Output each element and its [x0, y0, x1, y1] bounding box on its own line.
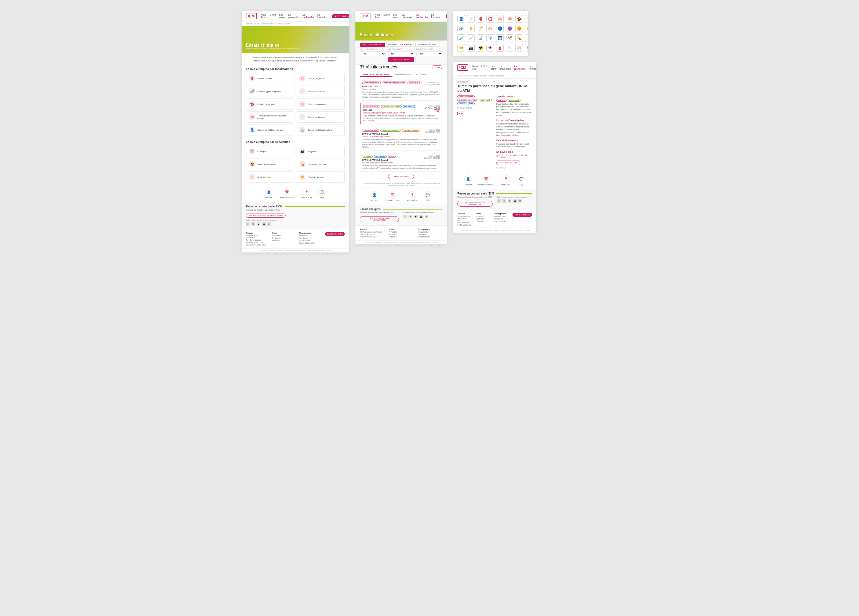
temoign-link3[interactable]: Nous contacter: [299, 240, 321, 242]
nav2-icm[interactable]: L'ICM: [384, 13, 390, 19]
btn-faire-don-2[interactable]: FAIRE UN DON: [446, 14, 447, 18]
icon-cell-20[interactable]: 🩺: [486, 34, 494, 42]
icon-cell-10[interactable]: ✋: [467, 25, 475, 32]
icon-cell-22[interactable]: ✂️: [506, 34, 513, 42]
logo-2[interactable]: ICM: [360, 13, 370, 19]
footer-don-btn[interactable]: FAIRE UN DON: [325, 232, 345, 236]
temoign-link2[interactable]: Plan du site: [299, 237, 321, 239]
temoign2-link2[interactable]: Plan du site: [418, 234, 442, 235]
footer4-rdv[interactable]: 📅 Demander un RDV: [478, 175, 494, 186]
card-tete-cou[interactable]: 👤 Cancer de la tête et du cou: [246, 124, 294, 136]
nav4-recherche[interactable]: La recherche: [514, 65, 526, 70]
footer4-venir[interactable]: 📍 Venir à l'ICM: [501, 175, 511, 186]
icon-cell-4[interactable]: ⭕: [486, 15, 494, 23]
soins2-link1[interactable]: Prévention: [389, 231, 413, 233]
filter-select-recrutement[interactable]: Tout: [416, 51, 442, 56]
icon-cell-23[interactable]: 💊: [515, 34, 523, 42]
temoign4-link2[interactable]: Plan du site: [494, 218, 508, 220]
rtab-recrutement[interactable]: OUVERTES AU RECRUTEMENT: [360, 73, 392, 77]
footer2-annuaire[interactable]: 👤 Annuaire: [371, 191, 378, 201]
nav4-formation[interactable]: La formation: [529, 65, 536, 70]
filter-select-specialite[interactable]: Tout: [388, 51, 414, 56]
nav-nous-etre[interactable]: Nous être: [261, 13, 267, 19]
card-nucleaire[interactable]: ☢️ Médecine nucléaire: [246, 159, 294, 170]
newsletter-btn-2[interactable]: INSCRIVEZ-VOUS À LA NEWSLETTER: [360, 216, 399, 222]
nav-recherche[interactable]: La recherche: [303, 13, 314, 19]
icon-cell-11[interactable]: 🦵: [477, 25, 484, 32]
card-peau[interactable]: 🦷 Cancer de la peau: [296, 111, 345, 123]
logo-4[interactable]: ICM: [458, 64, 468, 71]
soins-link3[interactable]: Formation: [272, 240, 294, 242]
icon-cell-28[interactable]: 👁️: [486, 44, 494, 51]
footer-venir[interactable]: 📍 Venir à l'ICM: [301, 188, 312, 198]
icon-cell-8[interactable]: 🦴: [525, 15, 528, 23]
icon-cell-2[interactable]: 🦷: [467, 15, 475, 23]
icon-cell-17[interactable]: 🧪: [458, 34, 465, 42]
icon-cell-26[interactable]: 📷: [467, 44, 475, 51]
nav4-soins[interactable]: Les soins: [491, 65, 496, 70]
icon-cell-1[interactable]: 👤: [458, 15, 465, 23]
temoign2-link1[interactable]: Annuaire ICM: [418, 231, 442, 233]
card-poumon[interactable]: 🫁 Cancer du poumon: [296, 98, 345, 110]
youtube-icon[interactable]: ▶: [257, 222, 260, 226]
btn-faire-don[interactable]: FAIRE UN DON: [332, 14, 349, 18]
nav2-soins[interactable]: Les soins: [393, 13, 398, 19]
icon-cell-31[interactable]: 🫁: [515, 44, 523, 51]
footer2-rdv[interactable]: 📅 Demander un RDV: [385, 191, 400, 201]
icon-cell-24[interactable]: ⚡: [525, 34, 528, 42]
nav2-prevention[interactable]: La prévention: [402, 13, 413, 19]
filter-tab-sous-localisations[interactable]: PAR SOUS-LOCALISATIONS: [385, 43, 415, 47]
icon-cell-9[interactable]: 🧬: [458, 25, 465, 32]
soins-link1[interactable]: Prévention: [272, 235, 294, 237]
temoign4-link1[interactable]: Annuaire ICM: [494, 215, 508, 217]
footer4-faq[interactable]: 💬 FAQ: [517, 175, 525, 186]
icon-cell-32[interactable]: ⚗️: [525, 44, 528, 51]
twitter-icon-2[interactable]: 𝕏: [409, 215, 412, 218]
youtube-icon-4[interactable]: ▶: [508, 199, 511, 203]
newsletter-btn-4[interactable]: INSCRIVEZ-VOUS À LA NEWSLETTER: [458, 201, 493, 207]
facebook-icon-2[interactable]: f: [403, 215, 407, 218]
linkedin-icon-4[interactable]: in: [519, 199, 522, 203]
temoign-link4[interactable]: Espace collaboration: [299, 242, 321, 244]
filter-tab-libre[interactable]: RECHERCHE LIBRE: [415, 43, 439, 47]
card-systeme-nerveux[interactable]: 🧠 Tumeurs du système nerveux central: [246, 111, 294, 123]
icon-cell-21[interactable]: 🩻: [496, 34, 504, 42]
rtab-clotures[interactable]: CLÔTURES: [414, 73, 429, 77]
soins2-link3[interactable]: Formation: [389, 236, 413, 238]
soins-link2[interactable]: Recherche: [272, 237, 294, 239]
detail-en-savoir-link[interactable]: 🔗 Lien vers le site officiel de l'essai …: [496, 154, 532, 158]
card-multi[interactable]: 🔬 Cancer multi-focalisations: [296, 124, 345, 136]
nav2-nous-etre[interactable]: Nous être: [375, 13, 380, 19]
soins2-link2[interactable]: Recherche: [389, 234, 413, 235]
nav-soins[interactable]: Les soins: [279, 13, 285, 19]
rtab-preparation[interactable]: EN PRÉPARATION: [393, 73, 414, 77]
instagram-icon[interactable]: 📷: [262, 222, 266, 226]
footer-faq[interactable]: 💬 FAQ: [318, 188, 326, 198]
icon-cell-7[interactable]: 🫘: [515, 15, 523, 23]
logo[interactable]: ICM: [246, 13, 257, 19]
nav4-icm[interactable]: L'ICM: [481, 65, 487, 70]
temoign4-link3[interactable]: Nous contacter: [494, 220, 508, 222]
card-cancers-gyneco[interactable]: 🧬 Cancers gynécologiques: [246, 86, 294, 97]
filter-tab-localisations[interactable]: PAR LOCALISATIONS: [360, 43, 385, 47]
card-sarcomes[interactable]: 🦴 Sarcomes et GIST: [296, 86, 345, 97]
soins4-link1[interactable]: Prévention: [476, 215, 490, 217]
nav4-prevention[interactable]: La prévention: [500, 65, 511, 70]
twitter-icon-4[interactable]: 𝕏: [502, 199, 506, 203]
nav-formation[interactable]: La formation: [317, 13, 328, 19]
icon-cell-12[interactable]: 🫁: [486, 25, 494, 32]
footer2-venir[interactable]: 📍 Venir à l'ICM: [407, 191, 417, 201]
icon-cell-25[interactable]: 🤝: [458, 44, 465, 51]
load-more-btn[interactable]: CHARGEZ PLUS: [388, 174, 414, 179]
nav2-recherche[interactable]: La recherche: [416, 13, 428, 19]
footer4-don-btn[interactable]: FAIRE UN DON: [512, 213, 532, 217]
footer-annuaire[interactable]: 👤 Annuaire: [265, 188, 272, 198]
nav-icm[interactable]: L'ICM: [270, 13, 276, 19]
facebook-icon[interactable]: f: [246, 222, 250, 226]
search-button[interactable]: RECHERCHER: [388, 57, 414, 62]
icon-cell-16[interactable]: 🟡: [525, 25, 528, 32]
instagram-icon-2[interactable]: 📷: [419, 215, 423, 218]
card-imagerie[interactable]: 📷 Imagerie: [296, 146, 345, 157]
newsletter-btn[interactable]: INSCRIVEZ-VOUS À LA NEWSLETTER: [246, 214, 286, 218]
facebook-icon-4[interactable]: f: [497, 199, 501, 203]
